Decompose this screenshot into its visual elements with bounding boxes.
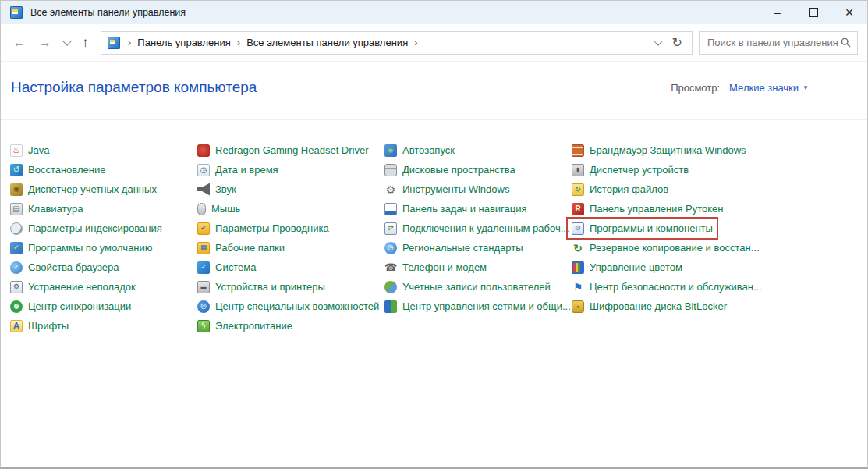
item-label: Мышь bbox=[211, 203, 240, 215]
item-label: Управление цветом bbox=[590, 261, 682, 273]
item-label: История файлов bbox=[590, 183, 668, 195]
item-label: Резервное копирование и восстан... bbox=[590, 242, 760, 254]
control-panel-item[interactable]: Брандмауэр Защитника Windows bbox=[568, 140, 750, 160]
view-dropdown-caret-icon[interactable]: ▼ bbox=[802, 84, 809, 91]
control-panel-item[interactable]: ⚑Центр безопасности и обслуживан... bbox=[568, 277, 766, 297]
control-panel-item[interactable]: ▮Диспетчер устройств bbox=[568, 160, 693, 179]
control-panel-item[interactable]: ◷Дата и время bbox=[193, 160, 282, 179]
items-column: ♨Java↺Восстановление◉Диспетчер учетных д… bbox=[10, 140, 197, 336]
control-panel-item[interactable]: Управление цветом bbox=[568, 258, 686, 277]
recent-pages-chevron-icon[interactable] bbox=[62, 37, 71, 45]
item-label: Устройства и принтеры bbox=[215, 281, 325, 293]
item-label: Звук bbox=[215, 183, 236, 195]
control-panel-item[interactable]: Учетные записи пользователей bbox=[381, 277, 554, 297]
item-label: Шрифты bbox=[28, 320, 69, 332]
control-panel-item[interactable]: Панель задач и навигация bbox=[381, 199, 531, 219]
breadcrumb-all-items[interactable]: Все элементы панели управления bbox=[242, 37, 413, 48]
item-label: Телефон и модем bbox=[402, 261, 487, 273]
file-explorer-options-icon: ✔ bbox=[197, 222, 210, 235]
item-label: Шифрование диска BitLocker bbox=[590, 300, 727, 312]
control-panel-item[interactable]: ✓Свойства браузера bbox=[6, 258, 122, 277]
item-label: Диспетчер учетных данных bbox=[28, 183, 157, 195]
control-panel-item[interactable]: ↻Центр синхронизации bbox=[6, 297, 135, 316]
control-panel-app-icon bbox=[10, 6, 23, 19]
control-panel-item[interactable]: RПанель управления Рутокен bbox=[568, 199, 728, 219]
control-panel-item[interactable]: Дисковые пространства bbox=[381, 160, 519, 179]
control-panel-item[interactable]: ↻История файлов bbox=[568, 179, 672, 199]
control-panel-item[interactable]: ☎Телефон и модем bbox=[381, 258, 491, 277]
control-panel-item[interactable]: ⇄Подключения к удаленным рабоч... bbox=[381, 219, 573, 238]
search-input[interactable] bbox=[706, 36, 841, 49]
control-panel-item[interactable]: ✓Система bbox=[193, 258, 260, 277]
item-label: Электропитание bbox=[215, 320, 292, 332]
item-label: Свойства браузера bbox=[28, 261, 119, 273]
control-panel-item[interactable]: Параметры индексирования bbox=[6, 219, 166, 238]
control-panel-item[interactable]: ↺Восстановление bbox=[6, 160, 109, 179]
control-panel-item[interactable]: ⚙Инструменты Windows bbox=[381, 179, 513, 199]
rutoken-icon: R bbox=[572, 203, 584, 215]
view-value-link[interactable]: Мелкие значки bbox=[729, 82, 799, 94]
up-button[interactable]: ↑ bbox=[82, 36, 89, 49]
control-panel-item[interactable]: ◎Центр специальных возможностей bbox=[193, 297, 383, 316]
autoplay-icon: ◉ bbox=[384, 144, 397, 157]
control-panel-item[interactable]: ●Шифрование диска BitLocker bbox=[568, 297, 731, 316]
control-panel-item[interactable]: ⚙Программы и компоненты bbox=[568, 219, 717, 238]
recovery-icon: ↺ bbox=[10, 164, 23, 176]
control-panel-item[interactable]: ↻Резервное копирование и восстан... bbox=[568, 238, 763, 258]
control-panel-item[interactable]: ♨Java bbox=[6, 140, 53, 160]
user-accounts-icon bbox=[384, 281, 397, 293]
control-panel-item[interactable]: ✔Параметры Проводника bbox=[193, 219, 333, 238]
color-management-icon bbox=[572, 261, 584, 274]
sync-center-icon: ↻ bbox=[10, 300, 23, 313]
control-panel-item[interactable]: ◷Региональные стандарты bbox=[381, 238, 526, 258]
storage-spaces-icon bbox=[384, 164, 397, 176]
control-panel-item[interactable]: ✔Программы по умолчанию bbox=[6, 238, 156, 258]
control-panel-item[interactable]: ◉Диспетчер учетных данных bbox=[6, 179, 161, 199]
control-panel-item[interactable]: ϟЭлектропитание bbox=[193, 316, 296, 336]
refresh-icon[interactable]: ↻ bbox=[672, 35, 682, 50]
items-column: Redragon Gaming Headset Driver◷Дата и вр… bbox=[197, 140, 384, 336]
item-label: Подключения к удаленным рабоч... bbox=[402, 222, 569, 234]
search-box[interactable] bbox=[699, 31, 858, 55]
date-time-icon: ◷ bbox=[197, 164, 210, 176]
minimize-button[interactable]: – bbox=[760, 1, 795, 24]
control-panel-item[interactable]: ◉Автозапуск bbox=[381, 140, 459, 160]
backup-restore-icon: ↻ bbox=[572, 242, 584, 254]
redragon-icon bbox=[197, 144, 210, 157]
item-label: Java bbox=[28, 144, 49, 156]
titlebar: Все элементы панели управления – × bbox=[1, 1, 867, 24]
control-panel-item[interactable]: Мышь bbox=[193, 199, 244, 219]
breadcrumb-control-panel[interactable]: Панель управления bbox=[133, 37, 235, 48]
work-folders-icon: ▦ bbox=[197, 242, 210, 254]
page-title: Настройка параметров компьютера bbox=[11, 79, 257, 96]
address-dropdown-chevron-icon[interactable] bbox=[654, 37, 662, 45]
item-label: Брандмауэр Защитника Windows bbox=[590, 144, 746, 156]
control-panel-item[interactable]: ⚙Устранение неполадок bbox=[6, 277, 140, 297]
item-label: Параметры Проводника bbox=[215, 222, 329, 234]
address-bar[interactable]: › Панель управления › Все элементы панел… bbox=[101, 31, 693, 55]
item-label: Учетные записи пользователей bbox=[402, 281, 551, 293]
close-button[interactable]: × bbox=[831, 1, 867, 24]
control-panel-item[interactable]: ▬Устройства и принтеры bbox=[193, 277, 329, 297]
keyboard-icon: ▤ bbox=[10, 203, 23, 215]
security-maintenance-icon: ⚑ bbox=[572, 281, 584, 293]
control-panel-item[interactable]: AШрифты bbox=[6, 316, 73, 336]
item-label: Диспетчер устройств bbox=[590, 164, 689, 176]
forward-button[interactable]: → bbox=[38, 36, 51, 49]
fonts-icon: A bbox=[10, 320, 23, 332]
internet-options-icon: ✓ bbox=[10, 261, 23, 274]
remote-desktop-icon: ⇄ bbox=[384, 222, 397, 235]
control-panel-item[interactable]: Звук bbox=[193, 179, 240, 199]
items-grid: ♨Java↺Восстановление◉Диспетчер учетных д… bbox=[1, 140, 867, 336]
item-label: Дисковые пространства bbox=[402, 164, 515, 176]
items-column: ◉АвтозапускДисковые пространства⚙Инструм… bbox=[384, 140, 572, 336]
phone-modem-icon: ☎ bbox=[384, 261, 397, 274]
maximize-button[interactable] bbox=[795, 1, 831, 24]
taskbar-navigation-icon bbox=[384, 203, 397, 215]
back-button[interactable]: ← bbox=[13, 36, 27, 49]
control-panel-item[interactable]: Redragon Gaming Headset Driver bbox=[193, 140, 373, 160]
breadcrumb-separator: › bbox=[236, 37, 242, 48]
control-panel-item[interactable]: Центр управления сетями и общи... bbox=[381, 297, 575, 316]
control-panel-item[interactable]: ▦Рабочие папки bbox=[193, 238, 289, 258]
control-panel-item[interactable]: ▤Клавиатура bbox=[6, 199, 87, 219]
